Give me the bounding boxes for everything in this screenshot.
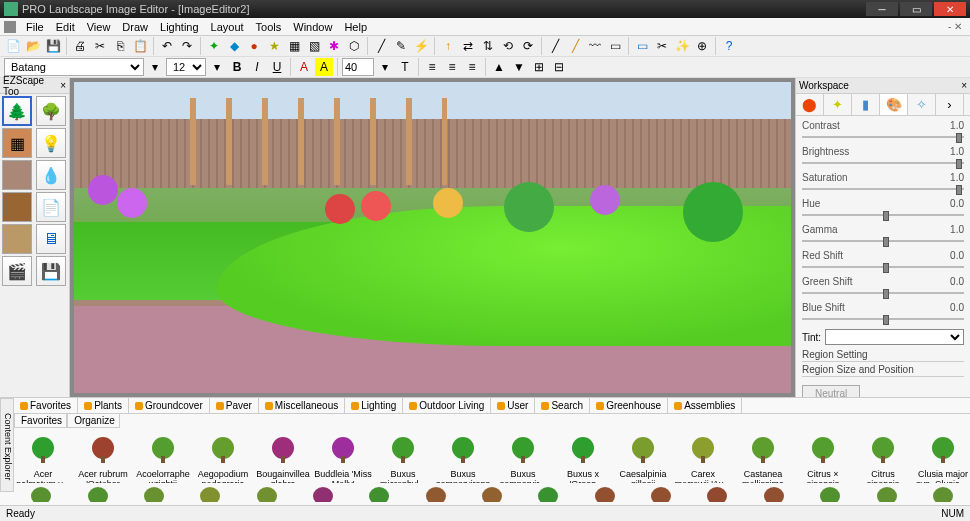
ungroup-icon[interactable]: ⊟ — [550, 58, 568, 76]
library-item[interactable]: Caesalpinia gillesii — [614, 430, 672, 481]
rotate-icon[interactable]: ⟳ — [519, 37, 537, 55]
menu-draw[interactable]: Draw — [116, 21, 154, 33]
align-center-icon[interactable]: ≡ — [443, 58, 461, 76]
document-tool[interactable]: 📄 — [36, 192, 66, 222]
monitor-tool[interactable]: 🖥 — [36, 224, 66, 254]
library-item[interactable] — [127, 483, 181, 503]
ws-tab-1[interactable]: ⬤ — [796, 94, 824, 115]
library-item[interactable]: Acer palmatum v... — [14, 430, 72, 481]
neutral-button[interactable]: Neutral — [802, 385, 860, 397]
menu-layout[interactable]: Layout — [205, 21, 250, 33]
library-item[interactable] — [916, 483, 970, 503]
menu-tools[interactable]: Tools — [250, 21, 288, 33]
menu-window[interactable]: Window — [287, 21, 338, 33]
font-color-icon[interactable]: A — [295, 58, 313, 76]
library-item[interactable] — [14, 483, 68, 503]
rect-icon[interactable]: ▭ — [606, 37, 624, 55]
dropdown-icon[interactable]: ▾ — [146, 58, 164, 76]
library-item[interactable]: Carex morrowii 'Au... — [674, 430, 732, 481]
lib-tab-outdoor-living[interactable]: Outdoor Living — [403, 398, 491, 413]
dropdown-icon[interactable]: ▾ — [376, 58, 394, 76]
library-item[interactable] — [747, 483, 801, 503]
library-item[interactable]: Citrus × sinensis — [794, 430, 852, 481]
wand-icon[interactable]: ✨ — [673, 37, 691, 55]
plant-tool[interactable]: 🌳 — [36, 96, 66, 126]
ws-tab-more[interactable]: › — [936, 94, 964, 115]
print-icon[interactable]: 🖨 — [71, 37, 89, 55]
library-item[interactable] — [521, 483, 575, 503]
library-item[interactable]: Castanea mollissima — [734, 430, 792, 481]
font-select[interactable]: Batang — [4, 58, 144, 76]
rotate-icon[interactable]: ⟲ — [499, 37, 517, 55]
line-icon[interactable]: ╱ — [372, 37, 390, 55]
library-item[interactable]: Acoelorraphe wrightii — [134, 430, 192, 481]
redo-icon[interactable]: ↷ — [178, 37, 196, 55]
ws-tab-3[interactable]: ▮ — [852, 94, 880, 115]
light-tool[interactable]: 💡 — [36, 128, 66, 158]
tool-icon[interactable]: ✦ — [205, 37, 223, 55]
lib-tab-miscellaneous[interactable]: Miscellaneous — [259, 398, 345, 413]
menu-lighting[interactable]: Lighting — [154, 21, 205, 33]
cut-icon[interactable]: ✂ — [91, 37, 109, 55]
crop-icon[interactable]: ✂ — [653, 37, 671, 55]
flip-v-icon[interactable]: ⇅ — [479, 37, 497, 55]
library-items[interactable]: Acer palmatum v...Acer rubrum 'October G… — [0, 428, 970, 483]
highlight-icon[interactable]: A — [315, 58, 333, 76]
menu-help[interactable]: Help — [338, 21, 373, 33]
lib-tab-paver[interactable]: Paver — [210, 398, 259, 413]
line-tool-icon[interactable]: ╱ — [566, 37, 584, 55]
library-item[interactable]: Citrus sinensis 'Valencia' — [854, 430, 912, 481]
tool-icon[interactable]: ✱ — [325, 37, 343, 55]
help-icon[interactable]: ? — [720, 37, 738, 55]
maximize-button[interactable]: ▭ — [900, 2, 932, 16]
library-item[interactable]: Buxus x 'Green Mountain' — [554, 430, 612, 481]
library-item[interactable]: Buddleia 'Miss Molly' — [314, 430, 372, 481]
library-item[interactable] — [578, 483, 632, 503]
slider-track[interactable] — [802, 183, 964, 195]
menu-view[interactable]: View — [81, 21, 117, 33]
undo-icon[interactable]: ↶ — [158, 37, 176, 55]
slider-track[interactable] — [802, 209, 964, 221]
library-item[interactable]: Aegopodium podagraria — [194, 430, 252, 481]
menu-file[interactable]: File — [20, 21, 50, 33]
menu-edit[interactable]: Edit — [50, 21, 81, 33]
slider-track[interactable] — [802, 131, 964, 143]
canvas-area[interactable] — [70, 78, 795, 397]
library-item[interactable]: Acer rubrum 'October Glory' — [74, 430, 132, 481]
align-right-icon[interactable]: ≡ — [463, 58, 481, 76]
library-item[interactable]: Bougainvillea glabra — [254, 430, 312, 481]
tool-icon[interactable]: ▦ — [285, 37, 303, 55]
copy-icon[interactable]: ⎘ — [111, 37, 129, 55]
flip-h-icon[interactable]: ⇄ — [459, 37, 477, 55]
lib-tab-user[interactable]: User — [491, 398, 535, 413]
library-item[interactable] — [634, 483, 688, 503]
library-item[interactable]: Buxus sempervir... — [494, 430, 552, 481]
stamp-icon[interactable]: ⊕ — [693, 37, 711, 55]
align-left-icon[interactable]: ≡ — [423, 58, 441, 76]
content-explorer-tab[interactable]: Content Explorer — [0, 398, 14, 492]
panel-close-icon[interactable]: × — [961, 80, 967, 91]
lib-tab-groundcover[interactable]: Groundcover — [129, 398, 210, 413]
library-item[interactable] — [465, 483, 519, 503]
library-item[interactable] — [859, 483, 913, 503]
open-icon[interactable]: 📂 — [24, 37, 42, 55]
line-tool-icon[interactable]: ╱ — [546, 37, 564, 55]
tool-icon[interactable]: ● — [245, 37, 263, 55]
library-item[interactable] — [296, 483, 350, 503]
value-input[interactable] — [342, 58, 374, 76]
texture-tool[interactable]: ▦ — [2, 128, 32, 158]
ws-tab-2[interactable]: ✦ — [824, 94, 852, 115]
slider-track[interactable] — [802, 157, 964, 169]
ws-tab-color[interactable]: 🎨 — [880, 94, 908, 115]
font-size-select[interactable]: 12 — [166, 58, 206, 76]
wood-tool[interactable] — [2, 224, 32, 254]
library-item[interactable]: Clusia major syn. Clusia ... — [914, 430, 970, 481]
dropdown-icon[interactable]: ▾ — [208, 58, 226, 76]
mulch-tool[interactable] — [2, 192, 32, 222]
slider-track[interactable] — [802, 235, 964, 247]
library-item[interactable] — [352, 483, 406, 503]
italic-icon[interactable]: I — [248, 58, 266, 76]
slider-track[interactable] — [802, 287, 964, 299]
layer-up-icon[interactable]: ▲ — [490, 58, 508, 76]
library-item[interactable] — [70, 483, 124, 503]
